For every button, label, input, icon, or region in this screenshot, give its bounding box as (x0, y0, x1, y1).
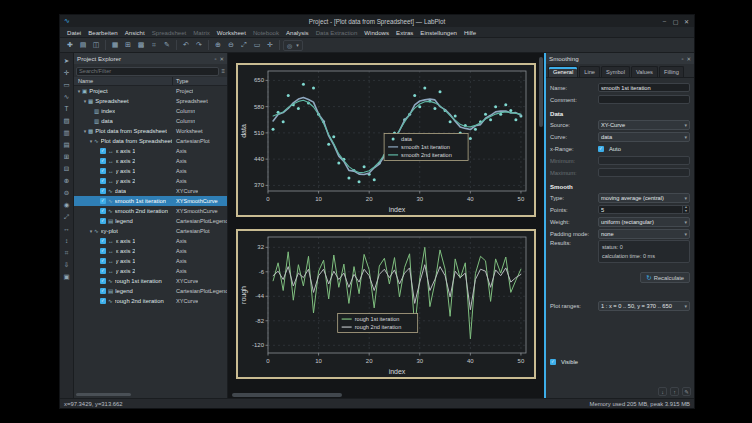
recalculate-button[interactable]: ↻ Recalculate (640, 272, 690, 283)
menu-hilfe[interactable]: Hilfe (461, 28, 479, 37)
tree-row-legend[interactable]: ✓▤legendCartesianPlotLegend (74, 216, 227, 226)
visible-checkbox[interactable]: ✓ (550, 359, 556, 365)
tab-general[interactable]: General (548, 66, 578, 77)
visibility-checkbox[interactable]: ✓ (100, 148, 106, 154)
tree-row-data[interactable]: ▥dataColumn (74, 116, 227, 126)
zoom-out-icon[interactable]: ⊖ (61, 187, 72, 198)
zoom-out-icon[interactable]: ⊖ (225, 39, 237, 51)
close-dock-icon[interactable]: ✕ (686, 56, 691, 62)
worksheet-view[interactable]: 01020304050650580510440370indexdatadatas… (228, 53, 546, 398)
select-region-icon[interactable]: ▭ (251, 39, 263, 51)
filter-menu-icon[interactable]: ≡ (221, 68, 225, 74)
tree-row-xy-plot[interactable]: ▾∿xy-plotCartesianPlot (74, 226, 227, 236)
tree-row-spreadsheet[interactable]: ▾▦SpreadsheetSpreadsheet (74, 96, 227, 106)
cartesian-plot-icon[interactable]: ⌗ (61, 247, 72, 258)
add-text-icon[interactable]: T (61, 103, 72, 114)
tree-row-index[interactable]: ▥indexColumn (74, 106, 227, 116)
zoom-fit-width-icon[interactable]: ↔ (61, 223, 72, 234)
tree-row-x-axis-2[interactable]: ✓↔x axis 2Axis (74, 246, 227, 256)
titlebar[interactable]: ∿ Project - [Plot data from Spreadsheet]… (60, 15, 694, 27)
menu-datei[interactable]: Datei (64, 28, 84, 37)
maximize-button[interactable]: ▢ (671, 18, 680, 25)
zoom-select-icon[interactable]: ▭ (61, 79, 72, 90)
visibility-checkbox[interactable]: ✓ (100, 268, 106, 274)
tree-row-plot-data-from-spreadsheet[interactable]: ▾∿Plot data from SpreadsheetCartesianPlo… (74, 136, 227, 146)
menu-analysis[interactable]: Analysis (283, 28, 312, 37)
tree-row-y-axis-2[interactable]: ✓↔y axis 2Axis (74, 176, 227, 186)
close-button[interactable]: ✕ (682, 18, 691, 25)
menu-einstellungen[interactable]: Einstellungen (417, 28, 460, 37)
curve-select[interactable]: data ▾ (598, 132, 690, 142)
tree-row-x-axis-2[interactable]: ✓↔x axis 2Axis (74, 156, 227, 166)
comment-input[interactable] (598, 95, 690, 104)
zoom-fit-height-icon[interactable]: ↕ (61, 235, 72, 246)
tree-row-smooth-2nd-iteration[interactable]: ✓∿smooth 2nd iterationXYSmoothCurve (74, 206, 227, 216)
crosshair-tool-icon[interactable]: ✛ (61, 67, 72, 78)
tab-filling[interactable]: Filling (659, 66, 684, 77)
visibility-checkbox[interactable]: ✓ (100, 238, 106, 244)
add-plot-icon[interactable]: ∿ (61, 91, 72, 102)
name-input[interactable] (598, 83, 690, 92)
redo-icon[interactable]: ↷ (193, 39, 205, 51)
points-spinbox[interactable]: ▲▼ (598, 205, 690, 214)
save-project-icon[interactable]: ◫ (90, 39, 102, 51)
visibility-checkbox[interactable]: ✓ (100, 208, 106, 214)
select-tool-icon[interactable]: ➤ (61, 55, 72, 66)
zoom-fit-page-icon[interactable]: ⤢ (61, 211, 72, 222)
visibility-checkbox[interactable]: ✓ (100, 198, 106, 204)
break-layout-icon[interactable]: ⊟ (61, 163, 72, 174)
tree-row-rough-2nd-iteration[interactable]: ✓∿rough 2nd iterationXYCurve (74, 296, 227, 306)
visibility-checkbox[interactable]: ✓ (100, 288, 106, 294)
zoom-origin-icon[interactable]: ◉ (61, 199, 72, 210)
search-input[interactable] (76, 67, 219, 76)
smooth-type-select[interactable]: moving average (central) ▾ (598, 193, 690, 203)
edit-template-icon[interactable]: ✎ (682, 387, 691, 396)
visibility-checkbox[interactable]: ✓ (100, 278, 106, 284)
tree-row-x-axis-1[interactable]: ✓↔x axis 1Axis (74, 236, 227, 246)
tree-row-y-axis-1[interactable]: ✓↔y axis 1Axis (74, 166, 227, 176)
tree-row-project[interactable]: ▾▣ProjectProject (74, 86, 227, 96)
auto-range-checkbox[interactable]: ✓ (598, 146, 604, 152)
new-spreadsheet-icon[interactable]: ▦ (109, 39, 121, 51)
plot-smooth[interactable]: 01020304050650580510440370indexdatadatas… (236, 63, 536, 217)
visibility-checkbox[interactable]: ✓ (100, 158, 106, 164)
plot-rough[interactable]: 0102030405032-6-44-82-120indexroughrough… (236, 229, 536, 379)
visibility-checkbox[interactable]: ✓ (100, 168, 106, 174)
zoom-combo[interactable]: ◎▾ (283, 40, 303, 51)
open-project-icon[interactable]: ▤ (77, 39, 89, 51)
spin-arrows-icon[interactable]: ▲▼ (682, 206, 689, 213)
navigate-icon[interactable]: ✛ (264, 39, 276, 51)
visibility-checkbox[interactable]: ✓ (100, 178, 106, 184)
menu-windows[interactable]: Windows (361, 28, 392, 37)
tab-line[interactable]: Line (579, 66, 600, 77)
zoom-fit-icon[interactable]: ⤢ (238, 39, 250, 51)
visibility-checkbox[interactable]: ✓ (100, 258, 106, 264)
load-template-icon[interactable]: ↑ (670, 387, 679, 396)
source-select[interactable]: XY-Curve ▾ (598, 120, 690, 130)
add-image-icon[interactable]: ▨ (61, 115, 72, 126)
save-template-icon[interactable]: ↓ (658, 387, 667, 396)
tree-row-legend[interactable]: ✓▤legendCartesianPlotLegend (74, 286, 227, 296)
visibility-checkbox[interactable]: ✓ (100, 248, 106, 254)
vertical-layout-icon[interactable]: ▥ (61, 127, 72, 138)
zoom-in-icon[interactable]: ⊕ (212, 39, 224, 51)
weight-select[interactable]: uniform (rectangular) ▾ (598, 217, 690, 227)
close-dock-icon[interactable]: ✕ (219, 56, 224, 62)
zoom-in-icon[interactable]: ⊕ (61, 175, 72, 186)
float-dock-icon[interactable]: ▫ (681, 56, 683, 62)
new-worksheet-icon[interactable]: ▩ (135, 39, 147, 51)
horizontal-layout-icon[interactable]: ▤ (61, 139, 72, 150)
menu-bearbeiten[interactable]: Bearbeiten (85, 28, 120, 37)
smoothing-dock-header[interactable]: Smoothing ▫ ✕ (546, 53, 694, 64)
column-header-name[interactable]: Name (74, 77, 173, 85)
print-icon[interactable]: ▣ (61, 271, 72, 282)
visibility-checkbox[interactable]: ✓ (100, 188, 106, 194)
menu-extras[interactable]: Extras (393, 28, 416, 37)
tree-row-y-axis-1[interactable]: ✓↔y axis 1Axis (74, 256, 227, 266)
new-matrix-icon[interactable]: ⊞ (122, 39, 134, 51)
tab-symbol[interactable]: Symbol (601, 66, 630, 77)
project-explorer-header[interactable]: Project Explorer ▫ ✕ (74, 53, 227, 64)
new-datapicker-icon[interactable]: ✎ (161, 39, 173, 51)
plot-ranges-select[interactable]: 1 : x = 0 .. 50, y = 370 .. 650 ▾ (598, 301, 690, 311)
export-icon[interactable]: ⇩ (61, 259, 72, 270)
